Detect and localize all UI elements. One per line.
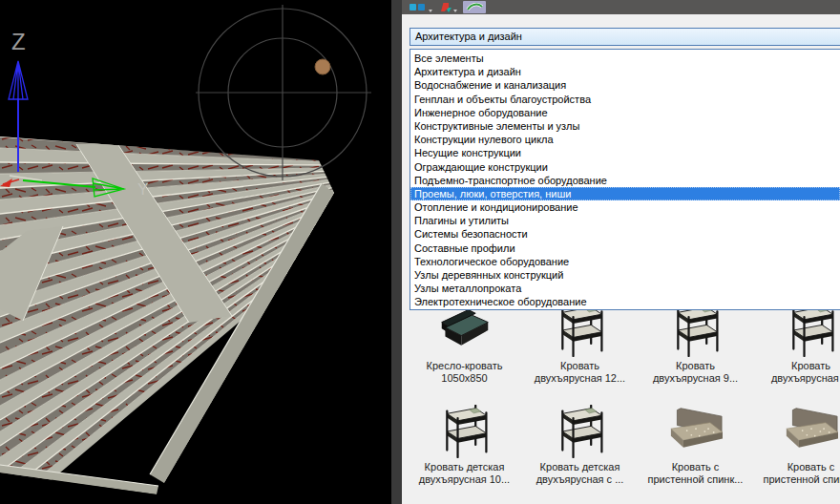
bunk-bed-icon [552,405,609,458]
category-item[interactable]: Инженерное оборудование [410,106,840,119]
category-item[interactable]: Ограждающие конструкции [410,160,840,174]
category-item[interactable]: Электротехническое оборудование [410,295,840,308]
bunk-bed-icon [436,405,494,458]
category-item[interactable]: Системы безопасности [410,227,840,241]
category-item[interactable]: Водоснабжение и канализация [410,78,840,92]
z-axis-label: Z [11,29,26,54]
panel-toolbar [402,0,840,14]
viewports-icon[interactable] [410,1,432,13]
category-item[interactable]: Подъемно-транспортное оборудование [410,174,840,187]
library-item-label: Кровать детскаядвухъярусная с ... [522,461,638,486]
category-item[interactable]: Узлы деревянных конструкций [410,268,840,282]
library-panel: Архитектура и дизайн Все элементы Архите… [402,0,840,504]
category-item[interactable]: Узлы металлопроката [410,282,840,295]
sofa-bed-icon [436,304,494,357]
category-item[interactable]: Конструкции нулевого цикла [410,133,840,146]
dropdown-arrow-icon [429,10,432,12]
bunk-bed-icon [783,304,840,357]
category-item[interactable]: Технологическое оборудование [410,255,840,268]
category-item[interactable]: Все элементы [410,52,840,65]
category-dropdown-list: Все элементы Архитектура и дизайн Водосн… [410,49,840,310]
category-filter-combobox[interactable]: Архитектура и дизайн [410,28,840,46]
category-item[interactable]: Отопление и кондиционирование [410,200,840,214]
library-item-label: Кроватьдвухъярусная 12... [522,360,638,385]
bunk-bed-icon [667,304,724,357]
wall-headboard-bed-icon [667,405,724,458]
library-item[interactable]: Кровать детскаядвухъярусная 10... [407,391,522,486]
category-item[interactable]: Генплан и объекты благоустройства [410,93,840,106]
category-item[interactable]: Конструктивные элементы и узлы [410,119,840,133]
category-item[interactable]: Несущие конструкции [410,146,840,159]
viewport-panel-splitter[interactable] [391,0,402,504]
3d-viewport[interactable]: Z Y [0,0,391,504]
library-item[interactable]: Кровать спристенной спинк... [638,391,753,486]
orbit-handle-dot[interactable] [315,59,330,74]
viewport-canvas: Z Y [0,0,391,504]
library-item-label: Кресло-кровать1050x850 [407,360,522,385]
category-item[interactable]: Архитектура и дизайн [410,65,840,78]
library-item[interactable]: Кровать детскаядвухъярусная с ... [522,391,638,486]
annotation-flag-icon[interactable] [441,1,457,13]
library-item-label: Кровать спристенной спинк... [638,461,753,486]
bunk-bed-icon [552,304,609,357]
green-swoosh-icon [465,2,484,13]
viewport-square-icon [410,4,416,10]
viewport-square-icon [418,4,425,10]
library-item-label: Кроватьдвухъярусная 9... [638,360,753,385]
library-item-label: Кроватьдвухъярусная ... [753,360,840,385]
category-item[interactable]: Плагины и утилиты [410,214,840,227]
category-item-selected[interactable]: Проемы, люки, отверстия, ниши [410,187,840,200]
library-item[interactable]: Кровать спристенной спинк... [753,391,840,486]
render-materials-icon[interactable] [463,1,486,13]
wall-headboard-bed-icon [783,405,840,458]
dropdown-arrow-icon [453,10,457,12]
y-axis-label: Y [137,180,148,199]
library-item-label: Кровать детскаядвухъярусная 10... [407,461,522,486]
category-item[interactable]: Составные профили [410,242,840,255]
library-item-label: Кровать спристенной спинк... [753,461,840,486]
application-window: Z Y Архитектура и дизайн [0,0,840,504]
